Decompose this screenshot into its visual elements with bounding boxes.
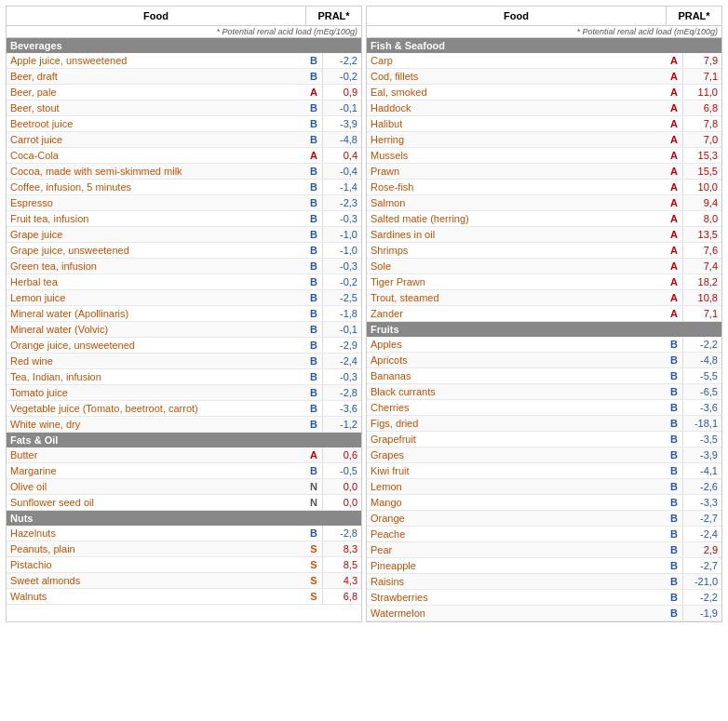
pral-value: 7,9	[682, 53, 721, 68]
table-row: Figs, driedB-18,1	[367, 416, 721, 432]
food-name: Sole	[367, 259, 666, 274]
food-name: Tiger Prawn	[367, 274, 666, 289]
right-col-header: Food PRAL*	[367, 7, 721, 26]
table-row: ShrimpsA7,6	[367, 243, 721, 259]
food-name: Kiwi fruit	[367, 463, 666, 478]
pral-value: 15,5	[682, 164, 721, 179]
food-name: Salmon	[367, 195, 666, 210]
table-row: Apple juice, unsweetenedB-2,2	[7, 53, 361, 69]
food-name: Green tea, infusion	[7, 259, 305, 274]
food-name: Walnuts	[7, 589, 305, 604]
food-name: Peanuts, plain	[7, 541, 305, 556]
food-name: Olive oil	[7, 479, 305, 494]
pral-value: 6,8	[682, 100, 721, 115]
pral-value: 7,4	[682, 259, 721, 274]
badge: A	[666, 211, 682, 226]
food-name: Lemon	[367, 479, 666, 494]
table-row: Beer, paleA0,9	[7, 85, 361, 100]
pral-value: 7,0	[682, 132, 721, 147]
food-name: Beetroot juice	[7, 116, 305, 131]
pral-value: 8,5	[322, 557, 361, 572]
table-row: PrawnA15,5	[367, 164, 721, 180]
table-row: SoleA7,4	[367, 259, 721, 274]
table-row: StrawberriesB-2,2	[367, 590, 721, 606]
table-row: Mineral water (Volvic)B-0,1	[7, 322, 361, 338]
badge: A	[666, 100, 682, 115]
table-row: MangoB-3,3	[367, 495, 721, 511]
pral-value: -0,2	[322, 274, 361, 289]
table-row: Mineral water (Apollinaris)B-1,8	[7, 306, 361, 322]
pral-value: -2,8	[322, 526, 361, 541]
pral-value: -2,7	[682, 511, 721, 526]
table-row: HazelnutsB-2,8	[7, 526, 361, 541]
pral-value: -2,4	[682, 527, 721, 541]
table-row: LemonB-2,6	[367, 479, 721, 495]
badge: B	[305, 100, 322, 115]
right-column: Food PRAL* * Potential renal acid load (…	[366, 6, 722, 622]
food-name: Apricots	[367, 353, 666, 367]
pral-value: -0,3	[322, 369, 361, 384]
badge: B	[305, 463, 322, 478]
badge: B	[666, 400, 682, 415]
badge: B	[305, 417, 322, 432]
pral-value: 6,8	[322, 589, 361, 604]
right-food-header: Food	[367, 7, 666, 25]
badge: B	[305, 369, 322, 384]
table-row: PistachioS8,5	[7, 557, 361, 573]
section-header: Fruits	[367, 322, 721, 337]
food-name: Mussels	[367, 148, 666, 163]
table-row: SalmonA9,4	[367, 195, 721, 211]
food-name: Vegetable juice (Tomato, beetroot, carro…	[7, 401, 305, 416]
food-name: Grape juice	[7, 227, 305, 242]
left-food-header: Food	[7, 7, 305, 25]
table-row: HaddockA6,8	[367, 100, 721, 116]
badge: S	[305, 557, 322, 572]
food-name: Strawberries	[367, 590, 666, 605]
badge: A	[666, 290, 682, 305]
table-row: CarpA7,9	[367, 53, 721, 69]
food-name: Mineral water (Apollinaris)	[7, 306, 305, 321]
food-name: Herring	[367, 132, 666, 147]
badge: S	[305, 573, 322, 588]
badge: B	[666, 416, 682, 431]
table-row: Beer, stoutB-0,1	[7, 100, 361, 116]
table-row: Beetroot juiceB-3,9	[7, 116, 361, 132]
badge: N	[305, 479, 322, 494]
pral-value: 11,0	[682, 85, 721, 100]
food-name: Sunflower seed oil	[7, 495, 305, 510]
table-row: Eal, smokedA11,0	[367, 85, 721, 100]
pral-value: 8,3	[322, 541, 361, 556]
badge: A	[666, 243, 682, 258]
food-name: Margarine	[7, 463, 305, 478]
badge: B	[666, 479, 682, 494]
badge: B	[666, 368, 682, 383]
pral-value: -1,0	[322, 227, 361, 242]
badge: B	[666, 432, 682, 447]
badge: B	[305, 401, 322, 416]
food-name: Salted matie (herring)	[367, 211, 666, 226]
table-row: WatermelonB-1,9	[367, 606, 721, 621]
food-name: White wine, dry	[7, 417, 305, 432]
badge: B	[666, 606, 682, 621]
food-name: Grapes	[367, 447, 666, 462]
table-row: Peanuts, plainS8,3	[7, 541, 361, 557]
food-name: Haddock	[367, 100, 666, 115]
badge: B	[666, 590, 682, 605]
left-sections: BeveragesApple juice, unsweetenedB-2,2Be…	[7, 38, 361, 605]
pral-value: 15,3	[682, 148, 721, 163]
badge: B	[305, 53, 322, 68]
left-pral-header: PRAL*	[305, 7, 361, 25]
table-row: Lemon juiceB-2,5	[7, 290, 361, 306]
badge: A	[666, 306, 682, 321]
food-name: Coca-Cola	[7, 148, 305, 163]
badge: B	[305, 290, 322, 305]
pral-value: -0,5	[322, 463, 361, 478]
badge: B	[305, 180, 322, 194]
badge: B	[666, 447, 682, 462]
table-row: Salted matie (herring)A8,0	[367, 211, 721, 227]
pral-value: 2,9	[682, 542, 721, 557]
food-name: Beer, draft	[7, 69, 305, 84]
food-name: Espresso	[7, 195, 305, 210]
section-header: Fats & Oil	[7, 433, 361, 447]
food-name: Raisins	[367, 574, 666, 589]
